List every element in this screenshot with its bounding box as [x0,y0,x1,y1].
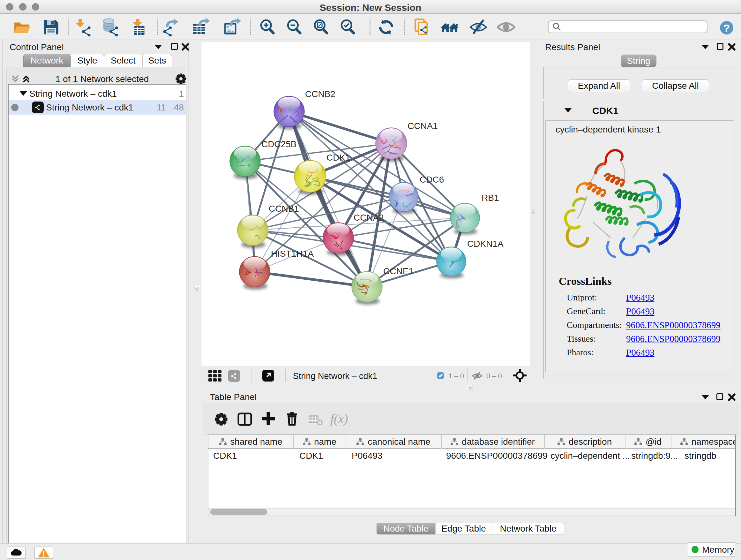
svg-text:CDC25B: CDC25B [261,139,296,149]
svg-text:CDKN1A: CDKN1A [467,239,503,249]
svg-text:CDK1: CDK1 [327,152,350,163]
svg-text:CCNA2: CCNA2 [354,212,384,223]
svg-text:HIST1H1A: HIST1H1A [271,249,314,259]
svg-text:CCNB1: CCNB1 [269,204,299,213]
svg-text:RB1: RB1 [482,193,499,203]
svg-text:CCNE1: CCNE1 [383,266,414,276]
svg-text:CDC6: CDC6 [420,175,444,185]
svg-text:CCNB2: CCNB2 [305,89,335,99]
svg-text:CCNA1: CCNA1 [408,121,438,131]
